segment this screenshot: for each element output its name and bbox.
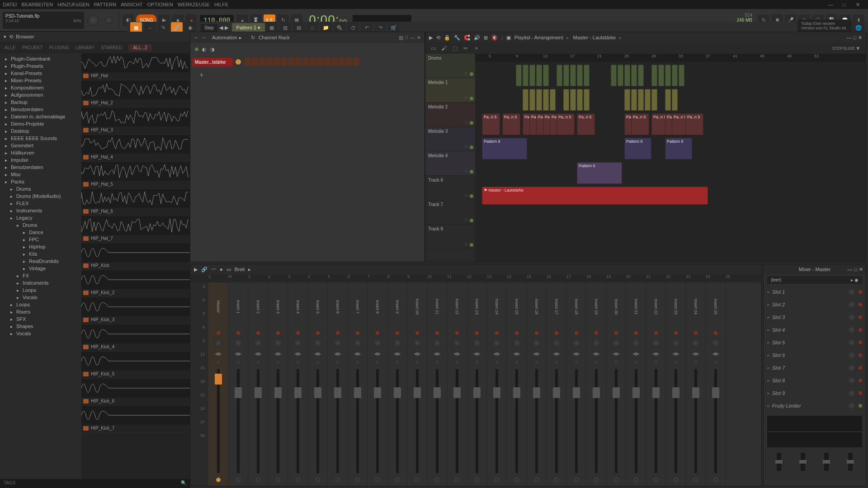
strip-sep-icon[interactable]: ⎍ xyxy=(436,360,439,365)
tab-alle[interactable]: ALLE xyxy=(5,45,15,50)
fx-slot[interactable]: ▸Fruity Limiter xyxy=(764,399,866,412)
strip-pan-knob[interactable] xyxy=(373,338,382,347)
tree-item[interactable]: ▸Benutzerdaten xyxy=(0,164,81,171)
tree-item[interactable]: ▸Demo-Projekte xyxy=(0,120,81,127)
mx-play-icon[interactable]: ▶ xyxy=(194,267,198,272)
insert-strip[interactable]: Insert 5 ◀▶ ⎍ xyxy=(308,282,328,486)
strip-fader-slot[interactable] xyxy=(277,369,279,473)
strip-sep-icon[interactable]: ⎍ xyxy=(316,360,319,365)
tool-add-icon[interactable]: + xyxy=(472,45,481,52)
strip-rec-led[interactable] xyxy=(236,331,240,335)
cr-auto-label[interactable]: Automation xyxy=(212,35,237,40)
insert-strip[interactable]: Insert 2 ◀▶ ⎍ xyxy=(248,282,268,486)
sample-row[interactable]: HIP_Kick_7 xyxy=(81,406,190,433)
strip-pan-knob[interactable] xyxy=(651,338,660,347)
strip-fader[interactable] xyxy=(294,387,302,398)
strip-send-dot[interactable] xyxy=(455,478,459,482)
strip-fader-slot[interactable] xyxy=(316,369,319,473)
fx-slot[interactable]: ▸Slot 3 xyxy=(764,311,866,324)
fx-min-icon[interactable]: — xyxy=(847,267,852,272)
snap-prev[interactable]: ◀ xyxy=(219,25,223,31)
strip-fader[interactable] xyxy=(334,387,341,398)
tree-item[interactable]: ▸RealDrumkits xyxy=(0,258,81,265)
track-header[interactable]: Track 6⎍ xyxy=(425,176,475,200)
tree-item[interactable]: ▸Shapes xyxy=(0,323,81,330)
strip-fader-slot[interactable] xyxy=(217,369,220,473)
strip-fader-slot[interactable] xyxy=(376,369,379,473)
strip-pan-knob[interactable] xyxy=(413,338,422,347)
tree-item[interactable]: ▸Vocals xyxy=(0,330,81,337)
slot-enable-led[interactable] xyxy=(859,391,862,395)
slot-mix-knob[interactable] xyxy=(848,288,856,296)
clip[interactable]: Pa..n 5 xyxy=(631,113,649,135)
channel-vol-knob[interactable] xyxy=(236,59,241,65)
project-info[interactable]: PSD-Tutorials.flp 3:16:10 82% xyxy=(3,12,84,29)
tree-item[interactable]: ▸Loops xyxy=(0,301,81,308)
clip[interactable]: Pattern 8 xyxy=(482,138,527,160)
strip-rec-led[interactable] xyxy=(495,331,499,335)
tab-library[interactable]: LIBRARY xyxy=(75,45,95,50)
strip-sep-icon[interactable]: ⎍ xyxy=(277,360,279,365)
strip-fader[interactable] xyxy=(513,387,520,398)
insert-strip[interactable]: Insert 17 ◀▶ ⎍ xyxy=(547,282,566,486)
eq-low-fader[interactable] xyxy=(777,453,781,471)
strip-pan-knob[interactable] xyxy=(512,338,521,347)
strip-sep-icon[interactable]: ⎍ xyxy=(456,360,458,365)
slot-mix-knob[interactable] xyxy=(848,326,856,334)
strip-stereo-icon[interactable]: ◀▶ xyxy=(255,351,262,356)
tree-item[interactable]: ▸FX xyxy=(0,272,81,279)
strip-rec-led[interactable] xyxy=(336,331,340,335)
strip-sep-icon[interactable]: ⎍ xyxy=(495,360,498,365)
pl-mode-step[interactable]: STEP xyxy=(832,46,840,51)
strip-sep-icon[interactable]: ⎍ xyxy=(237,360,240,365)
insert-strip[interactable]: Insert 19 ◀▶ ⎍ xyxy=(586,282,606,486)
insert-strip[interactable]: Insert 1 ◀▶ ⎍ xyxy=(228,282,248,486)
strip-pan-knob[interactable] xyxy=(472,338,481,347)
insert-strip[interactable]: Insert 13 ◀▶ ⎍ xyxy=(467,282,487,486)
cr-graph-icon[interactable]: ▥ xyxy=(399,35,403,41)
snap-next[interactable]: ▶ xyxy=(225,25,228,31)
clip[interactable] xyxy=(645,89,651,111)
menu-hilfe[interactable]: HILFE xyxy=(214,2,228,7)
strip-pan-knob[interactable] xyxy=(274,338,283,347)
pl-marker-icon[interactable]: ▼ xyxy=(854,45,862,52)
strip-send-dot[interactable] xyxy=(395,478,400,482)
strip-fader-slot[interactable] xyxy=(336,369,339,473)
strip-pan-knob[interactable] xyxy=(254,338,263,347)
strip-rec-led[interactable] xyxy=(356,331,359,335)
strip-rec-led[interactable] xyxy=(376,331,379,335)
sample-row[interactable]: HIP_Kick xyxy=(81,243,190,270)
clip[interactable] xyxy=(529,65,535,86)
tree-item[interactable]: ▸HipHop xyxy=(0,243,81,250)
tree-item[interactable]: ▸Instruments xyxy=(0,207,81,214)
master-strip[interactable]: Master ◀▶ ⎍ xyxy=(208,282,228,486)
cr-options-icon[interactable]: ⎍ xyxy=(405,35,408,41)
pl-max-icon[interactable]: □ xyxy=(853,35,856,41)
channel-row[interactable]: Master...tstärke xyxy=(190,56,425,68)
step-sequence[interactable] xyxy=(245,58,359,66)
strip-fader[interactable] xyxy=(394,387,401,398)
strip-pan-knob[interactable] xyxy=(592,338,601,347)
clip[interactable]: Pa..n 5 xyxy=(557,113,575,135)
strip-fader-slot[interactable] xyxy=(456,369,458,473)
instrument-icon[interactable]: ⎍ xyxy=(465,71,467,76)
strip-stereo-icon[interactable]: ◀▶ xyxy=(294,351,302,356)
strip-sep-icon[interactable]: ⎍ xyxy=(476,360,478,365)
clip[interactable] xyxy=(624,65,630,86)
tree-item[interactable]: ▸Gerendert xyxy=(0,142,81,149)
insert-strip[interactable]: Insert 3 ◀▶ ⎍ xyxy=(268,282,288,486)
track-mute-dot[interactable] xyxy=(470,121,473,125)
pl-lock-icon[interactable]: 🔒 xyxy=(444,35,450,41)
clip[interactable] xyxy=(523,89,528,111)
insert-strip[interactable]: Insert 21 ◀▶ ⎍ xyxy=(626,282,646,486)
strip-send-dot[interactable] xyxy=(495,478,499,482)
strip-pan-knob[interactable] xyxy=(433,338,442,347)
tree-item[interactable]: ▸Benutzerdaten xyxy=(0,106,81,113)
strip-send-dot[interactable] xyxy=(276,478,280,482)
strip-pan-knob[interactable] xyxy=(632,338,641,347)
slot-enable-led[interactable] xyxy=(859,303,862,306)
strip-fader-slot[interactable] xyxy=(396,369,399,473)
strip-rec-led[interactable] xyxy=(535,331,538,335)
browser-back-icon[interactable]: ⟲ xyxy=(9,34,13,40)
strip-sep-icon[interactable]: ⎍ xyxy=(555,360,558,365)
